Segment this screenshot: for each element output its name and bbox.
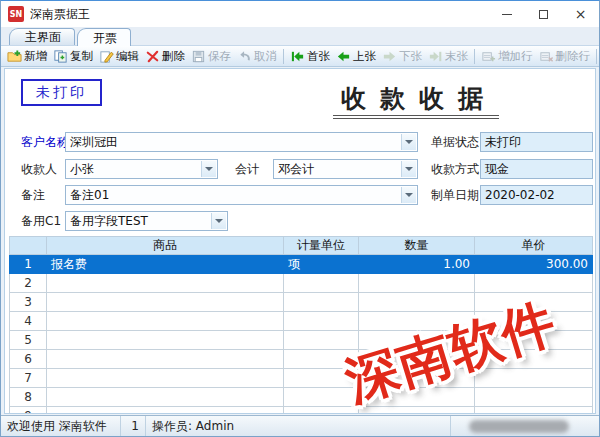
- tab-main[interactable]: 主界面: [9, 28, 75, 45]
- save-button: 保存: [188, 48, 234, 65]
- column-header-qty[interactable]: 数量: [359, 237, 475, 255]
- customer-combobox[interactable]: 深圳冠田: [65, 132, 418, 152]
- save-icon: [191, 49, 206, 64]
- first-record-button[interactable]: 首张: [287, 48, 333, 65]
- payee-label: 收款人: [21, 159, 57, 179]
- column-header-item[interactable]: 商品: [47, 237, 284, 255]
- status-bar: 欢迎使用 深南软件 1 操作员: Admin: [1, 415, 599, 436]
- table-row[interactable]: 2: [10, 274, 593, 293]
- copy-button[interactable]: 复制: [50, 48, 96, 65]
- doc-date-label: 制单日期: [431, 185, 479, 205]
- tab-invoice[interactable]: 开票: [77, 28, 131, 46]
- status-extra: [451, 416, 599, 436]
- title-bar[interactable]: SN 深南票据王 ×: [1, 1, 599, 27]
- toolbar-separator: [474, 49, 475, 64]
- row-number-header[interactable]: [10, 237, 47, 255]
- app-logo-icon: SN: [8, 6, 24, 22]
- prev-record-button[interactable]: 上张: [333, 48, 379, 65]
- prev-icon: [336, 49, 351, 64]
- chevron-down-icon[interactable]: [401, 187, 416, 203]
- maximize-button[interactable]: [525, 1, 562, 27]
- accountant-combobox[interactable]: 邓会计: [273, 159, 418, 179]
- document-title: 收款收据: [333, 82, 499, 115]
- payee-combobox[interactable]: 小张: [65, 159, 218, 179]
- customer-label: 客户名称: [21, 132, 69, 152]
- status-stamp: 未打印: [21, 79, 102, 106]
- delete-button[interactable]: 删除: [142, 48, 188, 65]
- first-icon: [290, 49, 305, 64]
- delete-row-button: 删除行: [536, 48, 594, 65]
- last-icon: [428, 49, 443, 64]
- next-record-button: 下张: [379, 48, 425, 65]
- minimize-icon: [502, 14, 512, 15]
- delete-row-icon: [539, 49, 554, 64]
- chevron-down-icon[interactable]: [401, 134, 416, 150]
- next-icon: [382, 49, 397, 64]
- table-header-row: 商品 计量单位 数量 单价: [10, 237, 593, 255]
- delete-icon: [145, 49, 160, 64]
- spare-field-combobox[interactable]: 备用字段TEST: [65, 211, 228, 231]
- chevron-down-icon[interactable]: [201, 161, 216, 177]
- app-window: SN 深南票据王 × 主界面 开票 新增 复制 编辑 删除 保存: [0, 0, 600, 437]
- doc-date-field[interactable]: 2020-02-02: [480, 185, 593, 205]
- table-row[interactable]: 9: [10, 407, 593, 415]
- edit-button[interactable]: 编辑: [96, 48, 142, 65]
- column-header-unit[interactable]: 计量单位: [284, 237, 359, 255]
- undo-icon: [237, 49, 252, 64]
- payment-method-label: 收款方式: [431, 159, 479, 179]
- minimize-button[interactable]: [488, 1, 525, 27]
- new-button[interactable]: 新增: [4, 48, 50, 65]
- column-header-price[interactable]: 单价: [475, 237, 593, 255]
- edit-icon: [99, 49, 114, 64]
- window-title: 深南票据王: [30, 6, 90, 23]
- status-record-count: 1: [121, 416, 146, 436]
- invoice-panel: 未打印 收款收据 客户名称 深圳冠田 单据状态 未打印 收款人 小张 会计 邓会…: [4, 68, 596, 414]
- status-welcome: 欢迎使用 深南软件: [1, 416, 121, 436]
- cancel-button: 取消: [234, 48, 280, 65]
- doc-status-field[interactable]: 未打印: [480, 132, 593, 152]
- chevron-down-icon[interactable]: [401, 161, 416, 177]
- accountant-label: 会计: [235, 159, 259, 179]
- last-record-button: 末张: [425, 48, 471, 65]
- new-icon: [7, 49, 22, 64]
- spare-field-label: 备用C1: [21, 211, 61, 231]
- remark-combobox[interactable]: 备注01: [65, 185, 418, 205]
- status-operator: 操作员: Admin: [146, 416, 451, 436]
- tab-strip: 主界面 开票: [1, 27, 599, 45]
- add-row-icon: [481, 49, 496, 64]
- table-row[interactable]: 8: [10, 388, 593, 407]
- doc-status-label: 单据状态: [431, 132, 479, 152]
- payment-method-field[interactable]: 现金: [480, 159, 593, 179]
- close-button[interactable]: ×: [562, 1, 599, 27]
- redacted-contact-info: [469, 420, 569, 433]
- close-icon: ×: [575, 7, 587, 21]
- toolbar: 新增 复制 编辑 删除 保存 取消 首张 上张 下张 末张: [1, 45, 599, 67]
- chevron-down-icon[interactable]: [211, 213, 226, 229]
- maximize-icon: [539, 10, 548, 19]
- add-row-button: 增加行: [478, 48, 536, 65]
- remark-label: 备注: [21, 185, 45, 205]
- copy-icon: [53, 49, 68, 64]
- table-row[interactable]: 1 报名费 项 1.00 300.00: [10, 255, 593, 274]
- toolbar-separator: [596, 49, 597, 64]
- toolbar-separator: [283, 49, 284, 64]
